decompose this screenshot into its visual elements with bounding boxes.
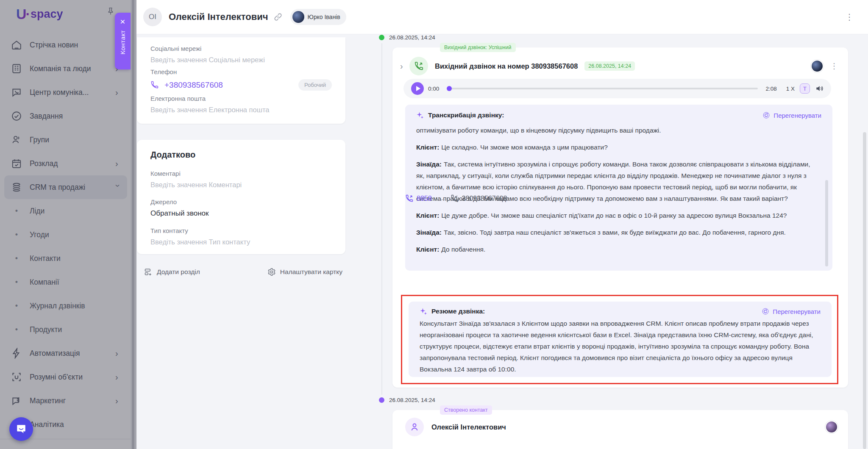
player-seek-bar[interactable] — [447, 88, 758, 89]
comments-input[interactable]: Введіть значення Коментарі — [150, 181, 332, 189]
phone-icon — [150, 81, 159, 89]
timeline-rail — [381, 43, 382, 395]
email-input[interactable]: Введіть значення Електронна пошта — [150, 106, 332, 114]
call-route: 8858 380938567608 — [405, 194, 507, 202]
creator-avatar[interactable] — [825, 421, 838, 433]
contact-header: ОІ Олексій Інтелектович Юрко Іванів — [136, 0, 868, 34]
transcription-scrollbar[interactable] — [825, 180, 828, 266]
player-speed-button[interactable]: 1 X — [786, 86, 795, 92]
field-email: Електронна пошта Введіть значення Електр… — [150, 95, 332, 114]
player-current-time: 0:00 — [428, 86, 439, 92]
player-seek-knob[interactable] — [447, 86, 452, 91]
call-in-icon — [451, 194, 459, 202]
player-duration: 2:08 — [765, 86, 776, 92]
owner-avatar — [292, 11, 304, 23]
responsible-avatar[interactable] — [811, 60, 823, 72]
summary-text: Консультант Зінаїда зв'язалася з Клієнто… — [420, 318, 821, 375]
ai-sparkle-icon — [416, 111, 424, 119]
additional-card: Додатково Коментарі Введіть значення Ком… — [137, 140, 345, 254]
gear-icon — [267, 268, 276, 276]
field-source: Джерело Обратный звонок — [150, 198, 332, 218]
call-event-card: Вихідний дзвінок: Успішний Вихідний дзві… — [392, 47, 848, 388]
drawer-tab-label: Контакт — [119, 30, 126, 55]
contact-details-card: Соціальні мережі Введіть значення Соціал… — [137, 37, 345, 124]
call-event-time: 26.08.2025, 14:24 — [389, 34, 435, 41]
timeline-dot-call — [379, 35, 384, 40]
transcript-toggle-icon[interactable] — [800, 83, 810, 94]
expand-chevron-icon[interactable] — [400, 61, 409, 71]
chat-widget-button[interactable] — [9, 417, 33, 441]
field-comments: Коментарі Введіть значення Коментарі — [150, 170, 332, 189]
additional-title: Додатково — [150, 150, 332, 160]
play-button[interactable] — [411, 82, 424, 95]
call-title: Вихідний дзвінок на номер 380938567608 — [435, 62, 578, 70]
add-section-button[interactable]: Додати розділ — [144, 268, 200, 276]
source-value[interactable]: Обратный звонок — [150, 209, 332, 218]
contact-person-icon — [405, 418, 424, 436]
created-event-card: Створено контакт Олексій Інтелектович — [392, 410, 848, 449]
drawer-tab-contact[interactable]: Контакт — [115, 13, 131, 69]
configure-card-button[interactable]: Налаштувати картку — [267, 268, 342, 276]
details-footer: Додати розділ Налаштувати картку — [144, 268, 342, 276]
audio-player: 0:00 2:08 1 X — [403, 79, 831, 98]
close-icon[interactable] — [120, 17, 125, 26]
regenerate-summary-link[interactable]: Перегенерувати — [762, 308, 821, 315]
contact-title: Олексій Інтелектович — [169, 11, 268, 22]
header-menu-icon[interactable] — [845, 12, 854, 22]
call-out-icon — [405, 194, 413, 202]
timeline-dot-created — [379, 397, 384, 403]
transcription-title: Транскрибація дзвінку: — [428, 111, 504, 119]
chat-bubble-icon — [16, 424, 27, 435]
transcription-block: Транскрибація дзвінку: Перегенерувати оп… — [405, 105, 832, 271]
field-social: Соціальні мережі Введіть значення Соціал… — [150, 45, 332, 64]
route-from-number[interactable]: 8858 — [417, 195, 432, 202]
field-phone: Телефон +380938567608 Робочий — [150, 68, 332, 91]
phone-number-link[interactable]: +380938567608 — [164, 80, 223, 90]
copy-link-icon[interactable] — [273, 12, 283, 22]
route-to-number: 380938567608 — [462, 195, 507, 202]
refresh-icon — [762, 111, 770, 119]
call-status-badge: Вихідний дзвінок: Успішний — [440, 43, 516, 52]
contact-initials-avatar: ОІ — [143, 8, 162, 26]
ai-sparkle-icon — [420, 308, 427, 315]
add-section-icon — [144, 268, 153, 276]
field-contact-type: Тип контакту Введіть значення Тип контак… — [150, 227, 332, 246]
call-card-header: Вихідний дзвінок на номер 380938567608 2… — [400, 57, 838, 75]
owner-name: Юрко Іванів — [308, 14, 340, 20]
contact-type-input[interactable]: Введіть значення Тип контакту — [150, 238, 332, 246]
call-menu-icon[interactable] — [830, 61, 838, 71]
created-badge: Створено контакт — [440, 405, 492, 415]
drawer-scrollbar[interactable] — [863, 132, 866, 449]
created-contact-name: Олексій Інтелектович — [431, 423, 506, 431]
contact-drawer: Контакт ОІ Олексій Інтелектович Юрко Іва… — [136, 0, 868, 449]
owner-pill[interactable]: Юрко Іванів — [290, 9, 346, 25]
transcription-text: оптимізувати роботу команди, що в кінцев… — [416, 125, 818, 255]
regenerate-transcription-link[interactable]: Перегенерувати — [762, 111, 821, 119]
screen: U· spacy Стрічка новин Компанія та люди — [0, 0, 868, 449]
phone-type-badge: Робочий — [298, 79, 332, 91]
summary-title: Резюме дзвінка: — [431, 308, 485, 315]
social-input[interactable]: Введіть значення Соціальні мережі — [150, 56, 332, 64]
arrow-right-icon — [440, 195, 446, 202]
outgoing-call-icon — [409, 57, 428, 75]
call-date-chip: 26.08.2025, 14:24 — [584, 61, 635, 71]
created-event-time: 26.08.2025, 14:24 — [389, 397, 435, 403]
refresh-icon — [762, 308, 769, 315]
volume-icon[interactable] — [815, 84, 823, 93]
summary-block: Резюме дзвінка: Перегенерувати Консульта… — [409, 302, 832, 377]
